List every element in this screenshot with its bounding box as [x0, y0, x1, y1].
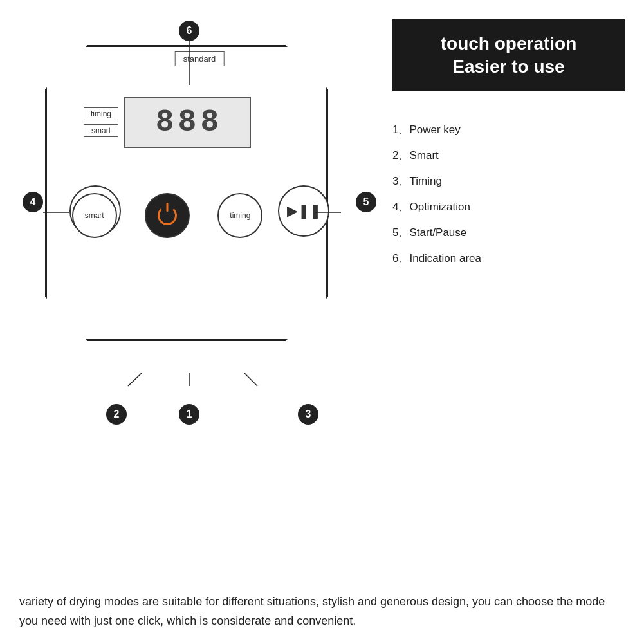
play-pause-icon: ▶❚❚: [287, 203, 321, 219]
main-container: 6 standard timing smart 8 8 8: [0, 0, 644, 644]
badge-2: 2: [106, 404, 127, 425]
buttons-row: smart timing: [58, 193, 277, 238]
feature-item-6: 6、Indication area: [392, 246, 625, 271]
timing-button[interactable]: timing: [217, 193, 262, 238]
badge-1: 1: [179, 404, 199, 425]
digit-1: 8: [156, 107, 174, 138]
feature-list: 1、Power key 2、Smart 3、Timing 4、Optimizat…: [392, 117, 625, 271]
badge-6: 6: [179, 21, 199, 41]
badge-5: 5: [356, 192, 376, 212]
feature-item-5: 5、Start/Pause: [392, 220, 625, 246]
badge-3: 3: [298, 404, 318, 425]
digit-2: 8: [178, 107, 197, 138]
top-section: 6 standard timing smart 8 8 8: [19, 13, 625, 450]
touch-line2: Easier to use: [412, 57, 605, 77]
feature-item-4: 4、Optimization: [392, 194, 625, 220]
power-icon: [158, 206, 177, 225]
smart-button[interactable]: smart: [72, 193, 117, 238]
device-area: 6 standard timing smart 8 8 8: [19, 13, 380, 437]
touch-line1: touch operation: [412, 33, 605, 54]
touch-operation-box: touch operation Easier to use: [392, 19, 625, 91]
indication-area: standard: [175, 51, 225, 66]
power-button[interactable]: [145, 193, 190, 238]
start-pause-button[interactable]: ▶❚❚: [278, 185, 329, 237]
right-panel: touch operation Easier to use 1、Power ke…: [380, 13, 625, 271]
digit-3: 8: [200, 107, 219, 138]
display-area: timing smart 8 8 8: [84, 90, 251, 154]
badge-4: 4: [23, 192, 43, 212]
bottom-text: variety of drying modes are suitable for…: [19, 592, 625, 631]
feature-item-1: 1、Power key: [392, 117, 625, 143]
timing-label-box: timing: [84, 107, 118, 120]
svg-line-5: [244, 373, 257, 386]
feature-item-2: 2、Smart: [392, 143, 625, 169]
feature-item-3: 3、Timing: [392, 169, 625, 194]
digit-display: 8 8 8: [124, 97, 251, 148]
smart-label-box: smart: [84, 124, 118, 137]
standard-box: standard: [175, 51, 225, 66]
svg-line-3: [128, 373, 142, 386]
mode-labels: timing smart: [84, 107, 118, 137]
